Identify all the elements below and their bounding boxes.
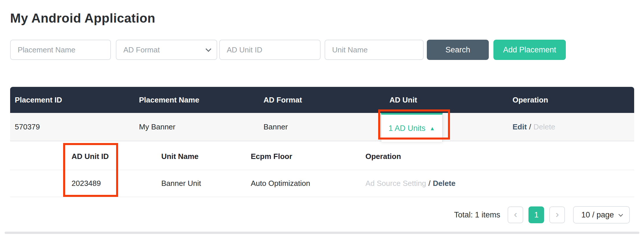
operation-separator: /: [527, 122, 533, 131]
header-placement-name: Placement Name: [139, 87, 199, 113]
card-bottom-divider: [5, 232, 639, 234]
subheader-unit-name: Unit Name: [161, 143, 199, 170]
placement-management-page: My Android Application AD Format Search …: [0, 0, 644, 238]
ad-source-setting-link-disabled: Ad Source Setting: [365, 179, 426, 188]
pagination: Total: 1 items ‹ 1 › 10 / page: [454, 206, 630, 224]
subheader-operation: Operation: [365, 143, 401, 170]
pagination-page-1-button[interactable]: 1: [528, 206, 544, 223]
subtable-row: 2023489 Banner Unit Auto Optimization Ad…: [10, 170, 634, 197]
chevron-down-icon: [206, 46, 211, 52]
subcell-ecpm-floor: Auto Optimization: [251, 170, 310, 197]
page-size-label: 10 / page: [581, 210, 614, 219]
pagination-prev-button[interactable]: ‹: [508, 206, 523, 223]
page-title: My Android Application: [10, 11, 155, 25]
placement-name-input[interactable]: [10, 40, 111, 60]
caret-up-icon: ▲: [429, 126, 435, 131]
ad-format-select-label: AD Format: [123, 45, 160, 54]
delete-link-disabled: Delete: [533, 122, 555, 131]
page-size-select[interactable]: 10 / page: [573, 206, 630, 224]
subcell-unit-name: Banner Unit: [161, 170, 201, 197]
subtable-header-row: AD Unit ID Unit Name Ecpm Floor Operatio…: [10, 143, 634, 170]
table-header-row: Placement ID Placement Name AD Format AD…: [10, 87, 634, 113]
operation-separator: /: [426, 179, 433, 188]
subcell-operation: Ad Source Setting/Delete: [365, 170, 455, 197]
pagination-next-button[interactable]: ›: [549, 206, 565, 223]
header-operation: Operation: [513, 87, 548, 113]
table-row: 570379 My Banner Banner Edit/Delete: [10, 113, 634, 141]
header-ad-format: AD Format: [264, 87, 302, 113]
cell-placement-name: My Banner: [139, 113, 175, 141]
subcell-ad-unit-id: 2023489: [72, 170, 101, 197]
ad-unit-id-input[interactable]: [219, 40, 321, 60]
ad-units-toggle-label: 1 AD Units: [389, 124, 426, 133]
cell-operation: Edit/Delete: [513, 113, 555, 141]
subheader-ad-unit-id: AD Unit ID: [72, 143, 109, 170]
ad-format-select[interactable]: AD Format: [116, 40, 217, 60]
pagination-total: Total: 1 items: [454, 210, 500, 219]
unit-name-input[interactable]: [325, 40, 424, 60]
subrow-delete-link[interactable]: Delete: [433, 179, 455, 188]
header-ad-unit: AD Unit: [389, 87, 417, 113]
subheader-ecpm-floor: Ecpm Floor: [251, 143, 292, 170]
search-button[interactable]: Search: [427, 40, 489, 60]
ad-units-toggle[interactable]: 1 AD Units ▲: [381, 113, 443, 142]
header-placement-id: Placement ID: [15, 87, 62, 113]
chevron-down-icon: [619, 212, 623, 217]
cell-placement-id: 570379: [15, 113, 40, 141]
edit-link[interactable]: Edit: [513, 122, 527, 131]
add-placement-button[interactable]: Add Placement: [493, 40, 566, 60]
cell-ad-format: Banner: [264, 113, 288, 141]
